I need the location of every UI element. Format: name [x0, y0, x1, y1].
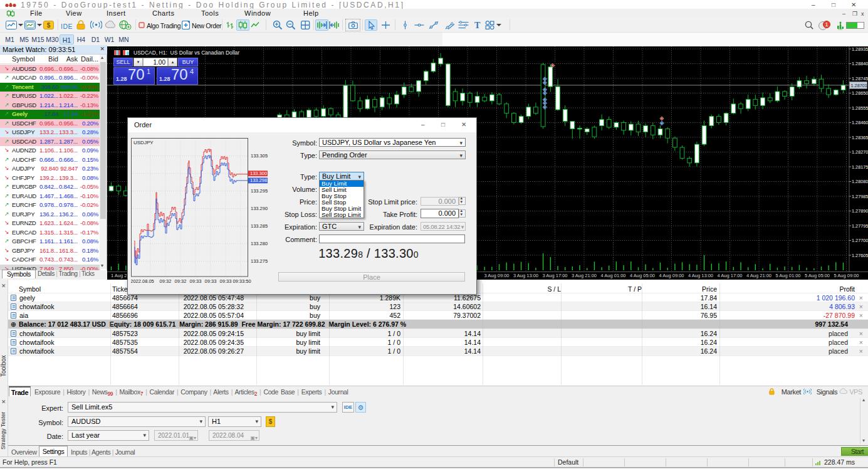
svg-text:1.27700: 1.27700 — [852, 238, 868, 243]
svg-text:1.28701: 1.28701 — [851, 83, 867, 88]
svg-text:1.28080: 1.28080 — [852, 179, 868, 184]
svg-text:1 Aug 2: 1 Aug 2 — [111, 273, 127, 278]
svg-text:4 Aug 01:00: 4 Aug 01:00 — [600, 273, 625, 278]
svg-text:1.28270: 1.28270 — [852, 149, 868, 155]
svg-text:133.300: 133.300 — [250, 171, 267, 176]
svg-text:3 Aug 13:00: 3 Aug 13:00 — [513, 273, 538, 278]
svg-text:09:32: 09:32 — [160, 278, 172, 284]
svg-text:4 Aug 05:00: 4 Aug 05:00 — [630, 273, 655, 278]
svg-text:133.285: 133.285 — [251, 223, 268, 229]
svg-text:3 Aug 09:00: 3 Aug 09:00 — [484, 273, 509, 278]
svg-text:133.295: 133.295 — [251, 188, 268, 194]
svg-text:4 Aug 21:00: 4 Aug 21:00 — [746, 273, 771, 278]
svg-text:1.28460: 1.28460 — [852, 120, 868, 125]
svg-text:1.28650: 1.28650 — [852, 90, 868, 96]
svg-text:09:33: 09:33 — [220, 278, 232, 284]
svg-text:133.280: 133.280 — [251, 241, 268, 246]
svg-text:3 Aug 17:00: 3 Aug 17:00 — [542, 273, 567, 278]
svg-text:1.28365: 1.28365 — [852, 135, 868, 140]
svg-text:2022.08.05: 2022.08.05 — [131, 278, 154, 284]
svg-text:133.290: 133.290 — [251, 206, 268, 211]
svg-text:1.27605: 1.27605 — [852, 253, 868, 258]
svg-text:1.28840: 1.28840 — [852, 61, 868, 66]
svg-text:5 Aug 01:00: 5 Aug 01:00 — [775, 273, 800, 278]
svg-text:09:33: 09:33 — [205, 278, 217, 284]
svg-text:4 Aug 17:00: 4 Aug 17:00 — [717, 273, 742, 278]
svg-text:5 Aug 05:00: 5 Aug 05:00 — [805, 273, 830, 278]
svg-text:09:33:50: 09:33:50 — [233, 278, 251, 284]
svg-text:09:32: 09:32 — [175, 278, 187, 284]
svg-text:1.28175: 1.28175 — [852, 164, 868, 170]
svg-text:09:33: 09:33 — [190, 278, 202, 284]
svg-text:1.27890: 1.27890 — [852, 208, 868, 214]
svg-text:1.27795: 1.27795 — [852, 223, 868, 229]
svg-text:133.305: 133.305 — [251, 153, 268, 159]
svg-text:133.298: 133.298 — [250, 177, 267, 183]
svg-text:1.27985: 1.27985 — [852, 194, 868, 199]
svg-text:1.28555: 1.28555 — [852, 105, 868, 111]
svg-text:1.28935: 1.28935 — [852, 46, 868, 52]
svg-text:LVL: LVL — [839, 28, 844, 30]
svg-text:$: $ — [47, 22, 51, 29]
svg-text:4 Aug 09:00: 4 Aug 09:00 — [659, 273, 684, 278]
svg-text:4 Aug 13:00: 4 Aug 13:00 — [688, 273, 713, 278]
svg-text:3 Aug 21:00: 3 Aug 21:00 — [572, 273, 597, 278]
svg-text:USDJPY: USDJPY — [133, 140, 154, 145]
svg-text:1.28745: 1.28745 — [852, 76, 868, 82]
svg-text:1: 1 — [825, 21, 828, 28]
svg-text:5 Aug 09:00: 5 Aug 09:00 — [834, 273, 859, 278]
